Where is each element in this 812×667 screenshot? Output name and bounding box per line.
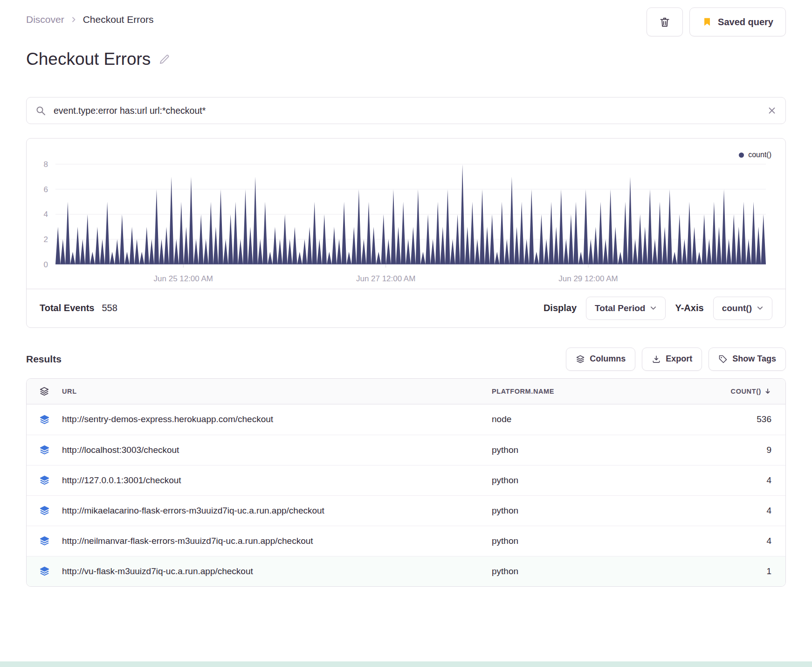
search-icon — [35, 105, 46, 116]
title-row: Checkout Errors — [26, 49, 786, 69]
row-url[interactable]: http://localhost:3003/checkout — [62, 445, 492, 455]
legend-label: count() — [748, 151, 771, 159]
row-platform: node — [492, 414, 702, 424]
total-events-value: 558 — [102, 303, 117, 313]
svg-text:2: 2 — [44, 235, 48, 244]
display-label: Display — [544, 303, 577, 313]
row-platform: python — [492, 536, 702, 546]
search-bar — [26, 97, 786, 124]
table-body: http://sentry-demos-express.herokuapp.co… — [27, 404, 785, 586]
chevron-down-icon — [757, 305, 764, 312]
column-header-url[interactable]: URL — [62, 388, 492, 395]
export-button[interactable]: Export — [642, 347, 702, 371]
show-tags-button-label: Show Tags — [732, 354, 776, 364]
topbar: Discover Checkout Errors Saved query — [26, 0, 786, 36]
svg-text:8: 8 — [44, 160, 48, 169]
table-row: http://127.0.0.1:3001/checkout python 4 — [27, 465, 785, 495]
chevron-down-icon — [650, 305, 657, 312]
row-url[interactable]: http://neilmanvar-flask-errors-m3uuizd7i… — [62, 536, 492, 546]
events-chart-panel: count() 02468Jun 25 12:00 AMJun 27 12:00… — [26, 138, 786, 328]
svg-text:Jun 27 12:00 AM: Jun 27 12:00 AM — [356, 274, 415, 283]
table-row: http://sentry-demos-express.herokuapp.co… — [27, 404, 785, 435]
stack-row-icon[interactable] — [27, 535, 62, 546]
legend-dot-icon — [739, 153, 744, 158]
bookmark-icon — [702, 17, 712, 27]
column-header-platform[interactable]: PLATFORM.NAME — [492, 388, 702, 395]
row-url[interactable]: http://mikaelacarino-flask-errors-m3uuiz… — [62, 506, 492, 516]
chevron-right-icon — [70, 16, 77, 23]
table-row: http://mikaelacarino-flask-errors-m3uuiz… — [27, 495, 785, 526]
stack-row-icon[interactable] — [27, 414, 62, 425]
breadcrumb: Discover Checkout Errors — [26, 14, 153, 25]
page-title: Checkout Errors — [26, 49, 151, 69]
clear-search-icon[interactable] — [767, 105, 777, 116]
total-events: Total Events 558 — [40, 303, 117, 313]
sort-desc-icon[interactable] — [764, 388, 771, 395]
row-count: 4 — [702, 506, 785, 516]
row-count: 1 — [702, 566, 785, 577]
row-platform: python — [492, 445, 702, 455]
chart-footer: Total Events 558 Display Total Period Y-… — [27, 289, 785, 327]
table-row: http://vu-flask-m3uuizd7iq-uc.a.run.app/… — [27, 556, 785, 586]
row-count: 536 — [702, 414, 785, 424]
display-value: Total Period — [595, 303, 645, 313]
chart-controls: Display Total Period Y-Axis count() — [544, 297, 772, 320]
stack-row-icon[interactable] — [27, 445, 62, 455]
stack-row-icon[interactable] — [27, 566, 62, 577]
columns-button[interactable]: Columns — [566, 347, 635, 371]
stack-row-icon[interactable] — [27, 505, 62, 516]
events-chart[interactable]: 02468Jun 25 12:00 AMJun 27 12:00 AMJun 2… — [27, 139, 785, 289]
table-row: http://neilmanvar-flask-errors-m3uuizd7i… — [27, 526, 785, 556]
discover-page: Discover Checkout Errors Saved query Che… — [0, 0, 812, 587]
row-url[interactable]: http://sentry-demos-express.herokuapp.co… — [62, 414, 492, 424]
stack-header-icon[interactable] — [27, 386, 62, 396]
row-count: 4 — [702, 536, 785, 546]
display-dropdown[interactable]: Total Period — [586, 297, 666, 320]
y-axis-label: Y-Axis — [675, 303, 703, 313]
total-events-label: Total Events — [40, 303, 94, 313]
bottom-strip — [0, 661, 812, 667]
breadcrumb-discover[interactable]: Discover — [26, 14, 64, 25]
row-platform: python — [492, 566, 702, 577]
topbar-actions: Saved query — [647, 7, 786, 36]
search-input[interactable] — [53, 105, 760, 117]
results-actions: Columns Export Show Tags — [566, 347, 786, 371]
stack-row-icon[interactable] — [27, 475, 62, 486]
layers-icon — [576, 354, 585, 364]
row-platform: python — [492, 475, 702, 486]
svg-text:Jun 25 12:00 AM: Jun 25 12:00 AM — [154, 274, 213, 283]
download-icon — [652, 354, 661, 364]
svg-text:Jun 29 12:00 AM: Jun 29 12:00 AM — [558, 274, 618, 283]
count-header-label: COUNT() — [731, 388, 761, 395]
delete-query-button[interactable] — [647, 7, 683, 36]
edit-title-icon[interactable] — [158, 53, 171, 66]
columns-button-label: Columns — [590, 354, 626, 364]
row-url[interactable]: http://127.0.0.1:3001/checkout — [62, 475, 492, 486]
column-header-count[interactable]: COUNT() — [702, 388, 785, 395]
row-count: 9 — [702, 445, 785, 455]
row-count: 4 — [702, 475, 785, 486]
y-axis-dropdown[interactable]: count() — [713, 297, 772, 320]
tag-icon — [718, 354, 728, 364]
trash-icon — [659, 16, 671, 28]
svg-text:0: 0 — [44, 260, 48, 269]
table-header-row: URL PLATFORM.NAME COUNT() — [27, 379, 785, 404]
show-tags-button[interactable]: Show Tags — [709, 347, 786, 371]
results-title: Results — [26, 354, 62, 365]
export-button-label: Export — [666, 354, 692, 364]
svg-text:4: 4 — [44, 210, 48, 219]
svg-text:6: 6 — [44, 185, 48, 194]
row-platform: python — [492, 506, 702, 516]
y-axis-value: count() — [722, 303, 752, 313]
results-table: URL PLATFORM.NAME COUNT() http://sentry-… — [26, 378, 786, 587]
table-row: http://localhost:3003/checkout python 9 — [27, 435, 785, 465]
saved-query-button[interactable]: Saved query — [689, 7, 786, 36]
chart-legend: count() — [739, 151, 771, 159]
saved-query-label: Saved query — [718, 17, 773, 28]
row-url[interactable]: http://vu-flask-m3uuizd7iq-uc.a.run.app/… — [62, 566, 492, 577]
results-header: Results Columns Export Show Tags — [26, 347, 786, 371]
breadcrumb-current: Checkout Errors — [83, 14, 154, 25]
